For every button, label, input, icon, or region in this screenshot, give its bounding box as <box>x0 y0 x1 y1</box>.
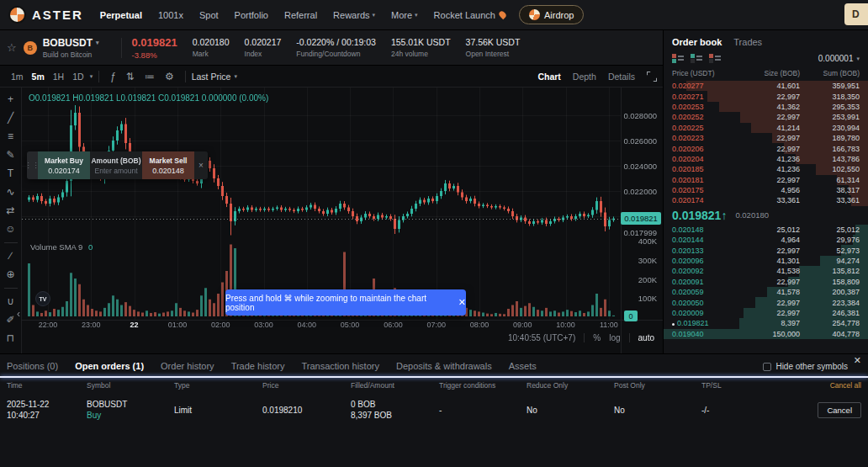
ask-row[interactable]: 0.02022322,997189,780 <box>664 133 868 143</box>
interval-5m[interactable]: 5m <box>28 70 49 83</box>
nav-item-spot[interactable]: Spot <box>199 10 219 20</box>
bottom-tab-trade-history[interactable]: Trade history <box>231 361 285 371</box>
book-view-bids-icon[interactable] <box>691 54 702 63</box>
indicators-icon[interactable]: ƒ <box>105 71 121 82</box>
zoom-in-icon[interactable]: ⊕ <box>6 269 14 280</box>
bid-row[interactable]: 0.02009241,538135,812 <box>664 266 868 276</box>
ask-row[interactable]: 0.02020441,236143,786 <box>664 154 868 164</box>
nav-item-rocket-launch[interactable]: Rocket Launch <box>434 10 505 20</box>
fullscreen-icon[interactable] <box>647 72 656 81</box>
auto-scale-button[interactable]: auto <box>638 333 654 342</box>
log-scale-button[interactable]: log <box>609 333 620 342</box>
magnet-icon[interactable]: ∪ <box>7 296 14 307</box>
settings-icon[interactable]: ⚙ <box>160 71 179 82</box>
nav-item-rewards[interactable]: Rewards▾ <box>333 10 375 20</box>
orderbook-mid-price[interactable]: 0.019821↑ 0.020180 <box>664 206 868 225</box>
emoji-icon[interactable]: ☺ <box>5 224 15 235</box>
interval-1m[interactable]: 1m <box>7 70 28 83</box>
time-tick-label: 23:00 <box>82 321 101 329</box>
price-tick-label: 0.028000 <box>623 111 657 120</box>
ask-row[interactable]: 0.02025341,362295,353 <box>664 102 868 112</box>
nav-item-1001x[interactable]: 1001x <box>158 10 183 20</box>
ask-row[interactable]: 0.02027741,601359,951 <box>664 81 868 91</box>
toast-close-icon[interactable]: ✕ <box>458 297 466 308</box>
bid-row[interactable]: 0.019040150,000404,778 <box>664 329 868 339</box>
bid-row[interactable]: 0.02005941,578200,387 <box>664 287 868 297</box>
bottom-tab-positions-0[interactable]: Positions (0) <box>7 361 58 371</box>
aster-logo[interactable]: ASTER <box>8 6 83 24</box>
ask-row[interactable]: 0.02025222,997253,991 <box>664 112 868 122</box>
cancel-all-button[interactable]: Cancel all <box>794 381 861 390</box>
bid-row[interactable]: 0.02000922,997246,381 <box>664 308 868 318</box>
bid-row[interactable]: 0.02005022,997223,384 <box>664 297 868 307</box>
brush-icon[interactable]: ✎ <box>6 150 14 161</box>
view-tab-details[interactable]: Details <box>608 72 635 82</box>
widget-drag-handle[interactable]: ⋮⋮ <box>27 151 38 179</box>
bid-row[interactable]: 0.02009641,30194,274 <box>664 256 868 266</box>
bid-row[interactable]: 0.0198218,397254,778 <box>664 318 868 328</box>
draw-mode-icon[interactable]: ✐ <box>6 315 14 326</box>
hide-other-symbols-checkbox[interactable]: Hide other symbols <box>763 362 848 371</box>
ask-row[interactable]: 0.02022541,214230,994 <box>664 123 868 133</box>
crosshair-icon[interactable]: + <box>8 94 13 105</box>
symbol-selector[interactable]: BOBUSDT ▾ Build on Bitcoin <box>43 37 99 59</box>
bid-row[interactable]: 0.02014825,01225,012 <box>664 225 868 235</box>
cancel-order-button[interactable]: Cancel <box>818 402 861 418</box>
bottom-tab-assets[interactable]: Assets <box>509 361 537 371</box>
orderbook-tab-trades[interactable]: Trades <box>733 37 762 47</box>
ask-row[interactable]: 0.02027122,997318,350 <box>664 91 868 101</box>
panel-close-icon[interactable]: ✕ <box>854 355 861 366</box>
book-view-both-icon[interactable] <box>672 54 684 63</box>
bottom-tab-open-orders-1[interactable]: Open orders (1) <box>75 361 144 371</box>
bottom-tab-transaction-history[interactable]: Transaction history <box>301 361 379 371</box>
market-buy-button[interactable]: Market Buy 0.020174 <box>38 151 90 179</box>
order-row: 2025-11-2210:40:27BOBUSDTBuyLimit0.01982… <box>0 393 868 427</box>
partial-deposit-button[interactable]: D <box>844 3 868 25</box>
fib-retracement-icon[interactable]: ≡ <box>8 131 13 142</box>
nav-item-referral[interactable]: Referral <box>284 10 317 20</box>
bid-row[interactable]: 0.0201444,96429,976 <box>664 235 868 245</box>
bottom-tab-deposits-withdrawals[interactable]: Deposits & withdrawals <box>396 361 492 371</box>
candle-style-icon[interactable]: ⇅ <box>121 71 140 82</box>
airdrop-button[interactable]: Airdrop <box>519 5 584 24</box>
tradingview-logo[interactable]: TV <box>35 291 50 306</box>
percent-scale-button[interactable]: % <box>593 333 601 342</box>
view-tab-depth[interactable]: Depth <box>573 72 596 82</box>
ask-row[interactable]: 0.0201754,95638,317 <box>664 185 868 195</box>
templates-icon[interactable]: ≔ <box>140 71 160 82</box>
favorite-star-icon[interactable]: ☆ <box>7 41 17 54</box>
price-source-dropdown[interactable]: Last Price ▾ <box>192 72 237 82</box>
trend-line-icon[interactable]: ╱ <box>8 113 13 124</box>
ruler-icon[interactable]: ∕ <box>9 251 11 262</box>
precision-dropdown[interactable]: 0.000001 ▾ <box>818 54 860 63</box>
order-type: Limit <box>174 406 262 415</box>
nav-item-perpetual[interactable]: Perpetual <box>100 10 142 20</box>
divider <box>185 71 186 82</box>
price-cell: 0.020181 <box>672 176 704 184</box>
orderbook-tab-order-book[interactable]: Order book <box>672 37 722 47</box>
scroll-left-arrow-icon[interactable]: ‹ <box>17 308 20 320</box>
interval-more-chevron-icon[interactable]: ▾ <box>90 73 93 80</box>
ask-row[interactable]: 0.02020622,997166,783 <box>664 143 868 153</box>
ask-row[interactable]: 0.02018541,236102,550 <box>664 164 868 174</box>
amount-input[interactable] <box>93 167 140 175</box>
view-tab-chart[interactable]: Chart <box>537 72 560 82</box>
time-tick-label: 03:00 <box>254 321 273 329</box>
ask-row[interactable]: 0.02017433,36133,361 <box>664 195 868 205</box>
bid-row[interactable]: 0.02009122,997158,809 <box>664 277 868 287</box>
bid-row[interactable]: 0.02013322,99752,973 <box>664 245 868 255</box>
nav-item-portfolio[interactable]: Portfolio <box>235 10 268 20</box>
interval-1h[interactable]: 1H <box>49 70 68 83</box>
bottom-tab-order-history[interactable]: Order history <box>161 361 214 371</box>
market-sell-button[interactable]: Market Sell 0.020148 <box>142 151 194 179</box>
size-cell: 33,361 <box>739 196 800 204</box>
book-view-asks-icon[interactable] <box>709 54 721 63</box>
nav-item-more[interactable]: More▾ <box>391 10 418 20</box>
text-tool-icon[interactable]: T <box>8 168 13 179</box>
checkbox-icon <box>763 363 771 371</box>
pattern-icon[interactable]: ∿ <box>6 187 14 198</box>
widget-close-icon[interactable]: × <box>194 151 208 179</box>
long-short-position-icon[interactable]: ⇄ <box>6 205 14 216</box>
interval-1d[interactable]: 1D <box>68 70 87 83</box>
ask-row[interactable]: 0.02018122,99761,314 <box>664 175 868 185</box>
